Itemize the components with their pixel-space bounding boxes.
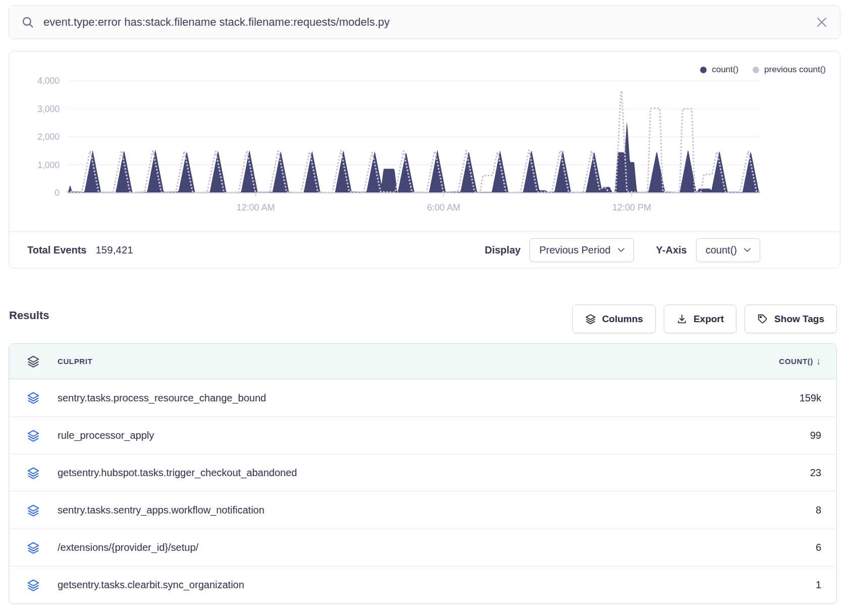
chevron-down-icon — [744, 248, 751, 252]
culprit-cell[interactable]: rule_processor_apply — [58, 430, 154, 441]
stack-icon — [9, 579, 58, 592]
table-row: rule_processor_apply 99 — [9, 417, 836, 454]
export-button-label: Export — [694, 314, 724, 325]
stack-icon — [9, 429, 58, 442]
display-label: Display — [485, 244, 520, 256]
culprit-cell[interactable]: sentry.tasks.sentry_apps.workflow_notifi… — [58, 504, 264, 516]
legend-label: count() — [712, 65, 738, 75]
culprit-cell[interactable]: /extensions/{provider_id}/setup/ — [58, 542, 198, 553]
stack-icon — [9, 504, 58, 517]
y-axis-dropdown[interactable]: count() — [696, 238, 760, 262]
table-row: sentry.tasks.process_resource_change_bou… — [9, 379, 836, 417]
chart-panel-footer: Total Events 159,421 Display Previous Pe… — [9, 231, 840, 268]
svg-text:6:00 AM: 6:00 AM — [427, 202, 460, 213]
legend-label: previous count() — [764, 65, 826, 75]
stack-icon — [9, 467, 58, 480]
svg-text:12:00 PM: 12:00 PM — [612, 202, 651, 213]
search-bar — [9, 6, 840, 39]
download-icon — [676, 314, 687, 325]
search-input[interactable] — [43, 16, 816, 29]
count-cell: 1 — [816, 579, 836, 591]
export-button[interactable]: Export — [664, 304, 736, 333]
table-header-row: CULPRIT COUNT() ↓ — [9, 344, 836, 379]
chevron-down-icon — [618, 248, 624, 252]
count-header-label: COUNT() — [779, 357, 813, 366]
column-header-count[interactable]: COUNT() ↓ — [779, 356, 836, 367]
table-row: getsentry.tasks.clearbit.sync_organizati… — [9, 566, 836, 603]
chart-legend: count() previous count() — [700, 65, 826, 75]
table-row: /extensions/{provider_id}/setup/ 6 — [9, 529, 836, 566]
results-actions: Columns Export Show Tags — [572, 304, 837, 333]
svg-text:4,000: 4,000 — [37, 76, 60, 86]
events-chart-panel: count() previous count() 01,0002,0003,00… — [9, 51, 840, 269]
count-cell: 99 — [810, 430, 836, 441]
sort-desc-icon: ↓ — [816, 356, 821, 367]
culprit-cell[interactable]: getsentry.hubspot.tasks.trigger_checkout… — [58, 467, 297, 479]
svg-text:1,000: 1,000 — [37, 160, 60, 170]
count-cell: 6 — [816, 542, 836, 553]
y-axis-label: Y-Axis — [656, 244, 687, 256]
column-header-culprit[interactable]: CULPRIT — [58, 357, 92, 366]
count-series-dot — [700, 67, 707, 73]
clear-search-icon[interactable] — [816, 16, 828, 28]
table-row: getsentry.hubspot.tasks.trigger_checkout… — [9, 454, 836, 491]
search-icon — [21, 16, 34, 29]
y-axis-dropdown-value: count() — [706, 244, 737, 256]
svg-text:12:00 AM: 12:00 AM — [236, 202, 275, 213]
events-area-chart: 01,0002,0003,0004,00012:00 AM6:00 AM12:0… — [19, 67, 831, 233]
culprit-cell[interactable]: getsentry.tasks.clearbit.sync_organizati… — [58, 579, 244, 591]
results-heading: Results — [9, 309, 49, 322]
show-tags-button-label: Show Tags — [774, 314, 824, 325]
stack-icon — [9, 355, 58, 368]
stack-icon — [585, 314, 596, 325]
svg-text:3,000: 3,000 — [37, 104, 60, 114]
columns-button-label: Columns — [602, 314, 643, 325]
culprit-cell[interactable]: sentry.tasks.process_resource_change_bou… — [58, 392, 266, 404]
legend-item-previous-count[interactable]: previous count() — [753, 65, 826, 75]
stack-icon — [9, 391, 58, 404]
previous-count-series-dot — [753, 67, 759, 73]
total-events-label: Total Events — [27, 244, 86, 256]
stack-icon — [9, 541, 58, 554]
display-dropdown[interactable]: Previous Period — [529, 238, 633, 262]
results-table: CULPRIT COUNT() ↓ sentry.tasks.process_r… — [9, 343, 837, 604]
count-cell: 8 — [816, 504, 836, 516]
svg-text:0: 0 — [55, 188, 60, 198]
display-dropdown-value: Previous Period — [539, 244, 610, 256]
table-row: sentry.tasks.sentry_apps.workflow_notifi… — [9, 491, 836, 529]
count-cell: 23 — [810, 467, 836, 479]
total-events-value: 159,421 — [95, 244, 133, 256]
svg-text:2,000: 2,000 — [37, 132, 60, 142]
columns-button[interactable]: Columns — [572, 304, 656, 333]
tag-icon — [757, 314, 768, 325]
count-cell: 159k — [800, 392, 836, 404]
legend-item-count[interactable]: count() — [700, 65, 738, 75]
show-tags-button[interactable]: Show Tags — [745, 304, 837, 333]
